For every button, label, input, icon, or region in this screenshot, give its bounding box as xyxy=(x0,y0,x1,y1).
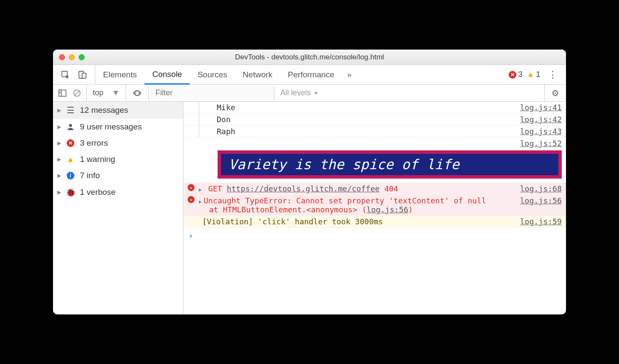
svg-rect-2 xyxy=(82,73,86,78)
svg-point-7 xyxy=(136,92,138,94)
warning-icon: ▲ xyxy=(527,70,534,79)
log-entry[interactable]: Don log.js:42 xyxy=(183,114,566,126)
error-icon: ✕ xyxy=(188,196,195,203)
error-count: 3 xyxy=(518,70,522,79)
sidebar-item-label: 1 verbose xyxy=(80,188,115,197)
user-icon xyxy=(65,123,76,131)
window-title: DevTools - devtools.glitch.me/console/lo… xyxy=(53,53,566,62)
error-icon: ✕ xyxy=(188,184,195,191)
svg-line-6 xyxy=(75,91,79,95)
chevron-right-icon: ▶ xyxy=(57,107,61,113)
http-method: GET xyxy=(208,184,222,193)
console-sidebar: ▶ ☰ 12 messages ▶ 9 user messages ▶ ✕ 3 … xyxy=(53,102,183,314)
log-text: Mike xyxy=(199,103,515,112)
styled-log-text: Variety is the spice of life xyxy=(221,154,558,175)
exception-message: Uncaught TypeError: Cannot set property … xyxy=(203,196,486,205)
source-link[interactable]: log.js:52 xyxy=(515,139,562,148)
source-link[interactable]: log.js:59 xyxy=(515,217,562,226)
settings-menu-button[interactable]: ⋮ xyxy=(545,69,561,80)
log-entry-styled[interactable]: log.js:52 Variety is the spice of life xyxy=(183,138,566,183)
titlebar: DevTools - devtools.glitch.me/console/lo… xyxy=(53,50,566,65)
warning-count-badge[interactable]: ▲ 1 xyxy=(527,70,540,79)
error-icon: ✕ xyxy=(65,139,76,147)
error-icon: ✕ xyxy=(509,71,516,79)
chevron-right-icon: ▶ xyxy=(199,199,202,205)
chevron-right-icon: ▶ xyxy=(57,124,61,130)
sidebar-item-label: 3 errors xyxy=(80,138,108,148)
tab-performance[interactable]: Performance xyxy=(280,65,342,84)
filter-input[interactable] xyxy=(150,86,274,100)
styled-log-box: Variety is the spice of life xyxy=(218,150,562,179)
tab-network[interactable]: Network xyxy=(235,65,280,84)
toggle-sidebar-icon[interactable] xyxy=(58,89,67,97)
console-settings-icon[interactable]: ⚙ xyxy=(544,85,566,101)
sidebar-item-verbose[interactable]: ▶ 🐞 1 verbose xyxy=(53,184,183,201)
chevron-down-icon: ▼ xyxy=(112,88,120,97)
stack-frame: at HTMLButtonElement.<anonymous> (log.js… xyxy=(199,205,515,214)
chevron-right-icon: ▶ xyxy=(57,140,61,146)
source-link[interactable]: log.js:43 xyxy=(515,127,562,136)
tab-console[interactable]: Console xyxy=(144,65,190,85)
chevron-right-icon: ▶ xyxy=(57,189,61,195)
request-url[interactable]: https://devtools.glitch.me/coffee xyxy=(227,184,380,193)
list-icon: ☰ xyxy=(65,105,76,115)
context-label: top xyxy=(93,88,103,97)
chevron-right-icon: ▶ xyxy=(199,187,202,193)
execution-context-selector[interactable]: top ▼ xyxy=(87,85,126,101)
minimize-window-button[interactable] xyxy=(69,54,75,60)
tab-elements[interactable]: Elements xyxy=(95,65,144,84)
devtools-window: DevTools - devtools.glitch.me/console/lo… xyxy=(53,50,566,314)
chevron-right-icon: ▶ xyxy=(57,156,61,162)
bug-icon: 🐞 xyxy=(65,187,76,197)
log-entry[interactable]: Raph log.js:43 xyxy=(183,126,566,138)
chevron-right-icon: ▶ xyxy=(57,173,61,179)
warning-count: 1 xyxy=(536,70,540,79)
log-entry-exception[interactable]: ✕ ▶Uncaught TypeError: Cannot set proper… xyxy=(183,195,566,216)
log-entry[interactable]: Mike log.js:41 xyxy=(183,102,566,114)
console-messages: Mike log.js:41 Don log.js:42 Raph log.js… xyxy=(183,102,566,314)
error-count-badge[interactable]: ✕ 3 xyxy=(509,70,522,79)
sidebar-item-errors[interactable]: ▶ ✕ 3 errors xyxy=(53,135,183,151)
device-toolbar-icon[interactable] xyxy=(78,70,87,79)
stack-source-link[interactable]: log.js:56 xyxy=(366,205,408,214)
source-link[interactable]: log.js:42 xyxy=(515,115,562,124)
close-window-button[interactable] xyxy=(59,54,65,60)
console-toolbar: top ▼ All levels ▼ ⚙ xyxy=(53,85,566,102)
levels-label: All levels xyxy=(280,88,311,97)
info-icon: i xyxy=(65,172,76,179)
warning-icon: ▲ xyxy=(65,155,76,164)
panel-tabs: Elements Console Sources Network Perform… xyxy=(95,65,504,84)
violation-text: [Violation] 'click' handler took 3000ms xyxy=(199,217,515,226)
sidebar-item-label: 12 messages xyxy=(80,106,128,115)
sidebar-item-messages[interactable]: ▶ ☰ 12 messages xyxy=(53,102,183,119)
sidebar-item-warnings[interactable]: ▶ ▲ 1 warning xyxy=(53,151,183,167)
log-text: Don xyxy=(199,115,515,124)
log-text: Raph xyxy=(199,127,515,136)
more-tabs-button[interactable]: » xyxy=(342,70,357,79)
svg-point-8 xyxy=(69,124,72,127)
inspect-element-icon[interactable] xyxy=(61,70,70,79)
chevron-down-icon: ▼ xyxy=(313,90,318,96)
sidebar-item-label: 9 user messages xyxy=(80,122,142,132)
log-entry-violation[interactable]: [Violation] 'click' handler took 3000ms … xyxy=(183,216,566,228)
tab-sources[interactable]: Sources xyxy=(190,65,235,84)
zoom-window-button[interactable] xyxy=(79,54,85,60)
source-link[interactable]: log.js:56 xyxy=(515,196,562,205)
sidebar-item-label: 7 info xyxy=(80,171,100,180)
window-controls xyxy=(59,54,85,60)
log-levels-selector[interactable]: All levels ▼ xyxy=(274,88,324,97)
live-expression-icon[interactable] xyxy=(126,85,149,101)
sidebar-item-info[interactable]: ▶ i 7 info xyxy=(53,167,183,184)
source-link[interactable]: log.js:68 xyxy=(515,184,562,193)
source-link[interactable]: log.js:41 xyxy=(515,103,562,112)
sidebar-item-user-messages[interactable]: ▶ 9 user messages xyxy=(53,119,183,135)
clear-console-icon[interactable] xyxy=(73,89,81,97)
console-prompt[interactable]: › xyxy=(183,228,566,244)
log-entry-network-error[interactable]: ✕ ▶ GET https://devtools.glitch.me/coffe… xyxy=(183,183,566,195)
panel-tabbar: Elements Console Sources Network Perform… xyxy=(53,65,566,85)
sidebar-item-label: 1 warning xyxy=(80,155,115,164)
http-status: 404 xyxy=(384,184,398,193)
